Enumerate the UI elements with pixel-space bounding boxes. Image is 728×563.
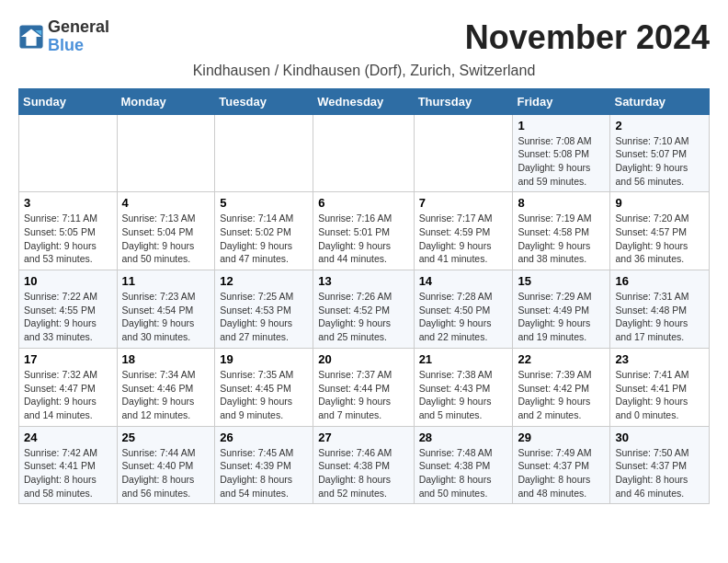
day-number: 30: [615, 431, 704, 444]
logo-icon: [18, 24, 44, 50]
day-number: 29: [518, 431, 605, 444]
day-info: Sunrise: 7:22 AM Sunset: 4:55 PM Dayligh…: [24, 290, 112, 344]
day-info: Sunrise: 7:45 AM Sunset: 4:39 PM Dayligh…: [220, 446, 308, 500]
day-info: Sunrise: 7:16 AM Sunset: 5:01 PM Dayligh…: [318, 212, 408, 266]
calendar-header-thursday: Thursday: [414, 88, 513, 114]
day-number: 26: [220, 431, 308, 444]
calendar-cell: 27Sunrise: 7:46 AM Sunset: 4:38 PM Dayli…: [313, 426, 414, 504]
calendar-cell: 21Sunrise: 7:38 AM Sunset: 4:43 PM Dayli…: [414, 348, 513, 426]
day-number: 6: [318, 196, 408, 210]
day-number: 22: [518, 352, 605, 366]
day-number: 17: [24, 352, 112, 366]
day-number: 10: [24, 274, 112, 288]
calendar-cell: 13Sunrise: 7:26 AM Sunset: 4:52 PM Dayli…: [313, 270, 414, 349]
day-number: 9: [615, 196, 704, 210]
calendar-cell: [19, 114, 118, 192]
day-number: 11: [122, 274, 210, 288]
calendar-body: 1Sunrise: 7:08 AM Sunset: 5:08 PM Daylig…: [19, 114, 710, 504]
calendar-week-row: 24Sunrise: 7:42 AM Sunset: 4:41 PM Dayli…: [19, 426, 710, 504]
calendar-cell: [414, 114, 513, 192]
calendar-cell: 1Sunrise: 7:08 AM Sunset: 5:08 PM Daylig…: [513, 114, 610, 192]
day-info: Sunrise: 7:50 AM Sunset: 4:37 PM Dayligh…: [615, 446, 704, 500]
calendar-cell: 25Sunrise: 7:44 AM Sunset: 4:40 PM Dayli…: [117, 426, 215, 504]
day-info: Sunrise: 7:34 AM Sunset: 4:46 PM Dayligh…: [122, 368, 210, 422]
day-number: 15: [518, 274, 605, 288]
day-number: 2: [615, 119, 704, 132]
day-info: Sunrise: 7:46 AM Sunset: 4:38 PM Dayligh…: [318, 446, 408, 500]
calendar-header-saturday: Saturday: [610, 88, 710, 114]
day-info: Sunrise: 7:20 AM Sunset: 4:57 PM Dayligh…: [615, 212, 704, 266]
calendar-cell: 9Sunrise: 7:20 AM Sunset: 4:57 PM Daylig…: [610, 192, 710, 270]
day-number: 28: [419, 431, 508, 444]
day-info: Sunrise: 7:35 AM Sunset: 4:45 PM Dayligh…: [220, 368, 308, 422]
calendar-cell: 28Sunrise: 7:48 AM Sunset: 4:38 PM Dayli…: [414, 426, 513, 504]
calendar-week-row: 3Sunrise: 7:11 AM Sunset: 5:05 PM Daylig…: [19, 192, 710, 270]
location-title: Kindhausen / Kindhausen (Dorf), Zurich, …: [18, 63, 710, 79]
calendar-header-row: SundayMondayTuesdayWednesdayThursdayFrid…: [19, 88, 710, 114]
month-title: November 2024: [465, 18, 710, 57]
calendar-cell: 20Sunrise: 7:37 AM Sunset: 4:44 PM Dayli…: [313, 348, 414, 426]
day-info: Sunrise: 7:39 AM Sunset: 4:42 PM Dayligh…: [518, 368, 605, 422]
day-info: Sunrise: 7:41 AM Sunset: 4:41 PM Dayligh…: [615, 368, 704, 422]
day-info: Sunrise: 7:13 AM Sunset: 5:04 PM Dayligh…: [122, 212, 210, 266]
day-number: 3: [24, 196, 112, 210]
day-number: 4: [122, 196, 210, 210]
calendar-cell: 17Sunrise: 7:32 AM Sunset: 4:47 PM Dayli…: [19, 348, 118, 426]
day-number: 24: [24, 431, 112, 444]
day-info: Sunrise: 7:19 AM Sunset: 4:58 PM Dayligh…: [518, 212, 605, 266]
calendar-cell: 29Sunrise: 7:49 AM Sunset: 4:37 PM Dayli…: [513, 426, 610, 504]
day-info: Sunrise: 7:25 AM Sunset: 4:53 PM Dayligh…: [220, 290, 308, 344]
day-info: Sunrise: 7:32 AM Sunset: 4:47 PM Dayligh…: [24, 368, 112, 422]
day-number: 14: [419, 274, 508, 288]
calendar-header-friday: Friday: [513, 88, 610, 114]
calendar-cell: 15Sunrise: 7:29 AM Sunset: 4:49 PM Dayli…: [513, 270, 610, 349]
calendar-cell: 6Sunrise: 7:16 AM Sunset: 5:01 PM Daylig…: [313, 192, 414, 270]
calendar-cell: [117, 114, 215, 192]
calendar-cell: 8Sunrise: 7:19 AM Sunset: 4:58 PM Daylig…: [513, 192, 610, 270]
day-info: Sunrise: 7:29 AM Sunset: 4:49 PM Dayligh…: [518, 290, 605, 344]
calendar-header-sunday: Sunday: [19, 88, 118, 114]
calendar-cell: 26Sunrise: 7:45 AM Sunset: 4:39 PM Dayli…: [215, 426, 313, 504]
day-number: 21: [419, 352, 508, 366]
day-number: 19: [220, 352, 308, 366]
calendar-cell: 3Sunrise: 7:11 AM Sunset: 5:05 PM Daylig…: [19, 192, 118, 270]
calendar-week-row: 1Sunrise: 7:08 AM Sunset: 5:08 PM Daylig…: [19, 114, 710, 192]
day-info: Sunrise: 7:44 AM Sunset: 4:40 PM Dayligh…: [122, 446, 210, 500]
calendar-cell: [215, 114, 313, 192]
day-info: Sunrise: 7:48 AM Sunset: 4:38 PM Dayligh…: [419, 446, 508, 500]
day-info: Sunrise: 7:11 AM Sunset: 5:05 PM Dayligh…: [24, 212, 112, 266]
day-number: 27: [318, 431, 408, 444]
day-info: Sunrise: 7:14 AM Sunset: 5:02 PM Dayligh…: [220, 212, 308, 266]
day-info: Sunrise: 7:49 AM Sunset: 4:37 PM Dayligh…: [518, 446, 605, 500]
calendar-cell: 24Sunrise: 7:42 AM Sunset: 4:41 PM Dayli…: [19, 426, 118, 504]
calendar-cell: 18Sunrise: 7:34 AM Sunset: 4:46 PM Dayli…: [117, 348, 215, 426]
calendar-cell: 19Sunrise: 7:35 AM Sunset: 4:45 PM Dayli…: [215, 348, 313, 426]
calendar-cell: 30Sunrise: 7:50 AM Sunset: 4:37 PM Dayli…: [610, 426, 710, 504]
calendar-cell: 14Sunrise: 7:28 AM Sunset: 4:50 PM Dayli…: [414, 270, 513, 349]
calendar-week-row: 17Sunrise: 7:32 AM Sunset: 4:47 PM Dayli…: [19, 348, 710, 426]
calendar-cell: 16Sunrise: 7:31 AM Sunset: 4:48 PM Dayli…: [610, 270, 710, 349]
calendar-cell: 11Sunrise: 7:23 AM Sunset: 4:54 PM Dayli…: [117, 270, 215, 349]
day-number: 18: [122, 352, 210, 366]
day-info: Sunrise: 7:10 AM Sunset: 5:07 PM Dayligh…: [615, 134, 704, 189]
day-info: Sunrise: 7:26 AM Sunset: 4:52 PM Dayligh…: [318, 290, 408, 344]
calendar-cell: [313, 114, 414, 192]
day-info: Sunrise: 7:23 AM Sunset: 4:54 PM Dayligh…: [122, 290, 210, 344]
day-number: 23: [615, 352, 704, 366]
day-info: Sunrise: 7:08 AM Sunset: 5:08 PM Dayligh…: [518, 134, 605, 189]
day-number: 13: [318, 274, 408, 288]
calendar-cell: 10Sunrise: 7:22 AM Sunset: 4:55 PM Dayli…: [19, 270, 118, 349]
logo: General Blue: [18, 18, 109, 55]
day-info: Sunrise: 7:37 AM Sunset: 4:44 PM Dayligh…: [318, 368, 408, 422]
day-number: 20: [318, 352, 408, 366]
calendar-cell: 5Sunrise: 7:14 AM Sunset: 5:02 PM Daylig…: [215, 192, 313, 270]
calendar-cell: 2Sunrise: 7:10 AM Sunset: 5:07 PM Daylig…: [610, 114, 710, 192]
calendar-cell: 7Sunrise: 7:17 AM Sunset: 4:59 PM Daylig…: [414, 192, 513, 270]
calendar-cell: 12Sunrise: 7:25 AM Sunset: 4:53 PM Dayli…: [215, 270, 313, 349]
calendar-cell: 22Sunrise: 7:39 AM Sunset: 4:42 PM Dayli…: [513, 348, 610, 426]
day-info: Sunrise: 7:31 AM Sunset: 4:48 PM Dayligh…: [615, 290, 704, 344]
logo-line2: Blue: [48, 37, 109, 55]
day-info: Sunrise: 7:42 AM Sunset: 4:41 PM Dayligh…: [24, 446, 112, 500]
calendar-table: SundayMondayTuesdayWednesdayThursdayFrid…: [18, 88, 710, 505]
day-info: Sunrise: 7:38 AM Sunset: 4:43 PM Dayligh…: [419, 368, 508, 422]
